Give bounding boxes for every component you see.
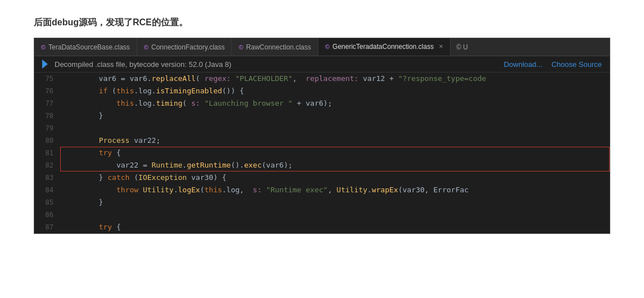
tab-extra: © U [451, 38, 474, 56]
tab-close-4[interactable]: ✕ [439, 43, 443, 49]
line-num-83: 83 [34, 171, 60, 184]
tab-TeraDataSourceBase[interactable]: © TeraDataSourceBase.class [34, 38, 137, 56]
tab-icon-4: © [325, 43, 330, 50]
line-num-77: 77 [34, 97, 60, 110]
choose-source-link[interactable]: Choose Source [551, 60, 602, 69]
info-bar-left: Decompiled .class file, bytecode version… [42, 60, 231, 69]
tab-label-4: GenericTeradataConnection.class [332, 43, 434, 51]
line-num-85: 85 [34, 196, 60, 209]
rce-highlight-group: 81 try { 82 var22 = Runtime.getRuntime()… [34, 147, 610, 171]
line-num-82: 82 [34, 159, 60, 171]
info-bar-right: Download... Choose Source [504, 60, 602, 69]
line-num-75: 75 [34, 73, 60, 85]
tab-ConnectionFactory[interactable]: © ConnectionFactory.class [137, 38, 232, 56]
info-bar: Decompiled .class file, bytecode version… [34, 56, 610, 73]
info-bar-text: Decompiled .class file, bytecode version… [55, 60, 231, 69]
line-content-76: if (this.log.isTimingEnabled()) { [60, 85, 610, 97]
line-content-80: Process var22; [60, 134, 610, 147]
line-num-76: 76 [34, 85, 60, 97]
tab-label-3: RawConnection.class [246, 43, 311, 51]
tab-bar: © TeraDataSourceBase.class © ConnectionF… [34, 38, 610, 56]
line-content-87: try { [60, 221, 610, 233]
tab-extra-label: © U [456, 43, 468, 51]
line-num-78: 78 [34, 110, 60, 122]
line-num-81: 81 [34, 147, 60, 159]
ide-container: © TeraDataSourceBase.class © ConnectionF… [34, 38, 610, 234]
line-content-83: } catch (IOException var30) { [60, 171, 610, 184]
code-line-75: 75 var6 = var6.replaceAll( regex: "PLACE… [34, 73, 610, 85]
line-num-86: 86 [34, 209, 60, 221]
line-content-81: try { [60, 147, 610, 159]
code-area: 75 var6 = var6.replaceAll( regex: "PLACE… [34, 73, 610, 233]
tab-label-1: TeraDataSourceBase.class [48, 43, 130, 51]
page-wrapper: 后面debug源码，发现了RCE的位置。 © TeraDataSourceBas… [0, 0, 644, 234]
intro-text: 后面debug源码，发现了RCE的位置。 [0, 0, 644, 38]
line-content-77: this.log.timing( s: "Launching browser "… [60, 97, 610, 110]
line-content-78: } [60, 110, 610, 122]
tab-icon-3: © [238, 44, 243, 51]
tab-icon-1: © [41, 44, 46, 51]
code-line-81: 81 try { [34, 147, 610, 159]
code-line-86: 86 [34, 209, 610, 221]
line-content-85: } [60, 196, 610, 209]
intro-paragraph: 后面debug源码，发现了RCE的位置。 [34, 17, 188, 27]
line-content-82: var22 = Runtime.getRuntime().exec(var6); [60, 159, 610, 171]
code-line-82: 82 var22 = Runtime.getRuntime().exec(var… [34, 159, 610, 171]
code-line-79: 79 [34, 122, 610, 134]
tab-icon-2: © [144, 44, 148, 51]
code-line-85: 85 } [34, 196, 610, 209]
download-link[interactable]: Download... [504, 60, 543, 69]
code-line-77: 77 this.log.timing( s: "Launching browse… [34, 97, 610, 110]
code-line-80: 80 Process var22; [34, 134, 610, 147]
info-bar-arrow-icon [42, 60, 48, 69]
line-num-84: 84 [34, 184, 60, 196]
code-line-83: 83 } catch (IOException var30) { [34, 171, 610, 184]
tab-RawConnection[interactable]: © RawConnection.class [232, 38, 318, 56]
code-line-78: 78 } [34, 110, 610, 122]
tab-label-2: ConnectionFactory.class [151, 43, 225, 51]
tab-GenericTeradataConnection[interactable]: © GenericTeradataConnection.class ✕ [318, 38, 451, 56]
line-num-87: 87 [34, 221, 60, 233]
code-line-87: 87 try { [34, 221, 610, 233]
code-line-84: 84 throw Utility.logEx(this.log, s: "Run… [34, 184, 610, 196]
line-content-75: var6 = var6.replaceAll( regex: "PLACEHOL… [60, 73, 610, 85]
line-num-80: 80 [34, 134, 60, 147]
line-content-84: throw Utility.logEx(this.log, s: "Runtim… [60, 184, 610, 196]
line-num-79: 79 [34, 122, 60, 134]
code-line-76: 76 if (this.log.isTimingEnabled()) { [34, 85, 610, 97]
